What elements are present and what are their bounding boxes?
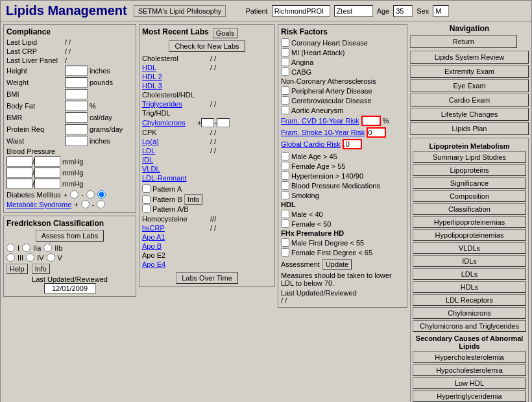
lipoprot-ldls[interactable]: LDLs	[413, 268, 526, 280]
lipoprot-ldl-receptors[interactable]: LDL Receptors	[413, 294, 526, 306]
idl-link[interactable]: IDL	[142, 156, 210, 164]
female-55-checkbox[interactable]	[281, 162, 289, 170]
lpa-link[interactable]: Lp(a)	[142, 138, 210, 145]
lipoprot-chylomicrons[interactable]: Chylomicrons	[413, 307, 526, 319]
apo-e4-link[interactable]: Apo E4	[142, 260, 210, 268]
nav-eye-exam[interactable]: Eye Exam	[410, 79, 529, 92]
angina-checkbox[interactable]	[281, 58, 289, 66]
labs-over-time-button[interactable]: Labs Over Time	[176, 272, 238, 284]
hdl-link[interactable]: HDL	[142, 64, 210, 71]
bp-diastolic-3[interactable]	[34, 179, 60, 189]
dm-radio-neg[interactable]	[86, 190, 95, 199]
bp-meds-checkbox[interactable]	[281, 181, 289, 190]
male-45-checkbox[interactable]	[281, 152, 289, 160]
bp-systolic-3[interactable]	[6, 179, 32, 189]
pattern-ab-checkbox[interactable]	[142, 205, 151, 213]
metabolic-syndrome-link[interactable]: Metabolic Syndrome	[6, 201, 71, 208]
dm-radio-other[interactable]	[97, 190, 106, 199]
pattern-a-checkbox[interactable]	[142, 184, 151, 193]
lipoprot-hyperlipoproteinemias[interactable]: Hyperlipoproteinemias	[413, 216, 526, 228]
frdk-radio-V[interactable]	[47, 253, 55, 262]
cabg-checkbox[interactable]	[281, 68, 289, 76]
fram-cvd-input[interactable]	[361, 116, 381, 126]
hdl3-link[interactable]: HDL 3	[142, 82, 210, 90]
info-button[interactable]: Info	[32, 264, 50, 274]
frdk-radio-IIa[interactable]	[22, 244, 30, 252]
peripheral-checkbox[interactable]	[281, 86, 289, 95]
goals-button[interactable]: Goals	[213, 28, 238, 38]
nav-lipids-system-review[interactable]: Lipids System Review	[410, 51, 529, 64]
nav-cardio-exam[interactable]: Cardio Exam	[410, 94, 529, 107]
sex-input[interactable]	[433, 5, 449, 17]
lipoprot-significance[interactable]: Significance	[413, 177, 526, 189]
bmr-input[interactable]	[65, 112, 88, 123]
secondary-hypertriglyceridemia[interactable]: Hypertriglyceridemia	[413, 390, 526, 402]
bp-systolic-1[interactable]	[6, 157, 32, 167]
frdk-radio-I[interactable]	[6, 244, 15, 252]
aortic-checkbox[interactable]	[281, 106, 289, 114]
apo-b-link[interactable]: Apo B	[142, 242, 210, 250]
bmi-input[interactable]	[65, 89, 88, 99]
lipoprot-composition[interactable]: Composition	[413, 190, 526, 202]
lipoprot-summary[interactable]: Summary Lipid Studies	[413, 151, 526, 163]
body-fat-input[interactable]	[65, 101, 88, 111]
trig-link[interactable]: Triglycerides	[142, 100, 210, 108]
help-button[interactable]: Help	[6, 264, 28, 274]
dm-radio-pos[interactable]	[70, 190, 79, 199]
hypertension-checkbox[interactable]	[281, 171, 289, 180]
age-input[interactable]	[393, 5, 413, 17]
fram-stroke-input[interactable]	[367, 127, 386, 138]
lipoprot-chylomicrons-trig[interactable]: Chylomicrons and Triglycerides	[413, 320, 526, 332]
coronary-checkbox[interactable]	[281, 38, 289, 47]
bp-systolic-2[interactable]	[6, 168, 32, 178]
frdk-radio-IIb[interactable]	[43, 244, 52, 252]
ms-radio-neg[interactable]	[97, 200, 105, 208]
pattern-b-info-button[interactable]: Info	[184, 194, 202, 205]
weight-input[interactable]	[65, 77, 88, 88]
protein-req-input[interactable]	[65, 124, 88, 134]
philosophy-button[interactable]: SETMA's Lipid Philosophy	[134, 5, 226, 17]
global-cardio-link[interactable]: Global Cardio Risk	[281, 140, 341, 148]
ms-radio-pos[interactable]	[81, 200, 90, 208]
secondary-hypocholesterolemia[interactable]: Hypocholesterolemia	[413, 364, 526, 376]
global-cardio-input[interactable]	[343, 139, 362, 149]
chylomicrons-input-neg[interactable]	[217, 118, 230, 127]
ldl-remnant-link[interactable]: LDL-Remnant	[142, 174, 210, 182]
fram-stroke-link[interactable]: Fram. Stroke 10-Year Risk	[281, 129, 365, 136]
nav-lipids-plan[interactable]: Lipids Plan	[410, 122, 529, 135]
nav-extremity-exam[interactable]: Extremity Exam	[410, 65, 529, 78]
vldl-link[interactable]: VLDL	[142, 165, 210, 173]
bp-diastolic-1[interactable]	[34, 157, 60, 167]
pattern-b-checkbox[interactable]	[142, 195, 151, 204]
smoking-checkbox[interactable]	[281, 191, 289, 199]
nav-lifestyle-changes[interactable]: Lifestyle Changes	[410, 108, 529, 121]
assess-labs-button[interactable]: Assess from Labs	[36, 230, 104, 242]
check-new-labs-button[interactable]: Check for New Labs	[169, 40, 245, 52]
male-40-checkbox[interactable]	[281, 210, 289, 218]
lipoprot-classification[interactable]: Classification	[413, 203, 526, 215]
fram-cvd-link[interactable]: Fram. CVD 10-Year Risk	[281, 117, 359, 125]
ldl-link[interactable]: LDL	[142, 147, 210, 155]
hscrp-link[interactable]: hsCRP	[142, 224, 210, 232]
lipoprot-hypolipoproteinemias[interactable]: Hypolipoproteinemias	[413, 229, 526, 241]
hdl2-link[interactable]: HDL 2	[142, 73, 210, 81]
mi-checkbox[interactable]	[281, 48, 289, 57]
last-updated-date[interactable]	[44, 283, 96, 294]
male-55-checkbox[interactable]	[281, 238, 289, 247]
frdk-radio-IV[interactable]	[26, 253, 34, 262]
lipoprot-hdls[interactable]: HDLs	[413, 281, 526, 293]
frdk-radio-III[interactable]	[6, 253, 15, 262]
return-button[interactable]: Return	[410, 35, 517, 48]
bp-diastolic-2[interactable]	[34, 168, 60, 178]
height-input[interactable]	[65, 66, 88, 76]
lipoprot-lipoproteins[interactable]: Lipoproteins	[413, 164, 526, 176]
female-50-checkbox[interactable]	[281, 220, 289, 228]
secondary-hypercholesterolemia[interactable]: Hypercholesterolemia	[413, 351, 526, 363]
apo-a1-link[interactable]: Apo A1	[142, 233, 210, 241]
lipoprot-vldls[interactable]: VLDLs	[413, 242, 526, 254]
chylomicrons-link[interactable]: Chylomicrons	[142, 119, 197, 127]
patient-id-input[interactable]	[272, 5, 330, 17]
cerebrovascular-checkbox[interactable]	[281, 96, 289, 105]
update-button[interactable]: Update	[322, 259, 352, 270]
lipoprot-idls[interactable]: IDLs	[413, 255, 526, 267]
